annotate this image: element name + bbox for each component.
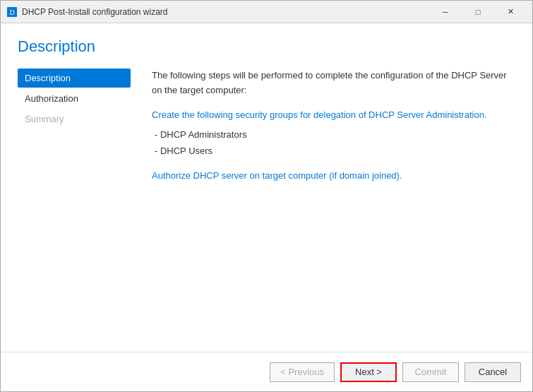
dhcp-groups-list: - DHCP Administrators - DHCP Users bbox=[155, 128, 515, 159]
wizard-window: D DHCP Post-Install configuration wizard… bbox=[0, 0, 533, 392]
close-button[interactable]: ✕ bbox=[494, 1, 527, 23]
minimize-button[interactable]: ─ bbox=[429, 1, 462, 23]
app-icon: D bbox=[6, 6, 18, 18]
maximize-button[interactable]: □ bbox=[462, 1, 494, 23]
window-title: DHCP Post-Install configuration wizard bbox=[22, 7, 429, 17]
sidebar-item-authorization[interactable]: Authorization bbox=[18, 89, 131, 108]
security-header: Create the following security groups for… bbox=[152, 108, 515, 123]
page-title: Description bbox=[18, 37, 515, 56]
list-item: - DHCP Users bbox=[155, 144, 515, 159]
authorize-text: Authorize DHCP server on target computer… bbox=[152, 169, 515, 184]
window-controls: ─ □ ✕ bbox=[429, 1, 527, 23]
footer: < Previous Next > Commit Cancel bbox=[1, 352, 532, 391]
previous-button[interactable]: < Previous bbox=[270, 362, 335, 382]
list-item: - DHCP Administrators bbox=[155, 128, 515, 143]
main-layout: Description Authorization Summary The fo… bbox=[18, 69, 515, 352]
commit-button[interactable]: Commit bbox=[402, 362, 459, 382]
title-bar: D DHCP Post-Install configuration wizard… bbox=[1, 1, 532, 23]
main-content-panel: The following steps will be performed to… bbox=[138, 69, 515, 352]
sidebar: Description Authorization Summary bbox=[18, 69, 138, 352]
sidebar-item-summary: Summary bbox=[18, 109, 131, 129]
content-area: Description Description Authorization Su… bbox=[1, 23, 532, 352]
cancel-button[interactable]: Cancel bbox=[465, 362, 521, 382]
next-button[interactable]: Next > bbox=[340, 362, 397, 382]
svg-text:D: D bbox=[9, 8, 14, 16]
sidebar-item-description[interactable]: Description bbox=[18, 69, 131, 88]
intro-text: The following steps will be performed to… bbox=[152, 69, 515, 98]
